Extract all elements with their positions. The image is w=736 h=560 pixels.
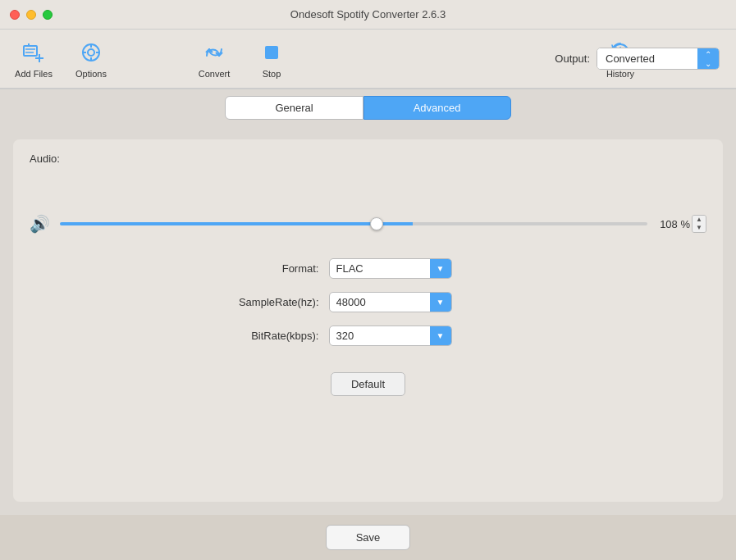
toolbar: Add Files Options (0, 30, 736, 89)
volume-icon: 🔊 (30, 214, 50, 234)
samplerate-row: SampleRate(hz): 44100 48000 96000 192000… (213, 292, 524, 312)
volume-display: 108 % (657, 218, 690, 230)
tab-segment: General Advanced (225, 96, 510, 120)
default-button-row: Default (331, 372, 405, 396)
convert-button[interactable]: Convert (194, 39, 235, 79)
options-button[interactable]: Options (71, 39, 112, 79)
stop-label: Stop (263, 69, 281, 79)
default-button[interactable]: Default (331, 372, 405, 396)
format-select[interactable]: MP3 AAC FLAC WAV OGG AIFF (330, 259, 430, 278)
output-arrow-button[interactable]: ⌃⌄ (697, 48, 719, 69)
samplerate-label: SampleRate(hz): (213, 296, 319, 308)
maximize-button[interactable] (43, 10, 53, 20)
bitrate-select-container: 128 192 256 320 ▼ (329, 326, 452, 346)
format-row: Format: MP3 AAC FLAC WAV OGG AIFF ▼ (213, 258, 524, 279)
svg-point-7 (88, 49, 94, 56)
samplerate-arrow-button[interactable]: ▼ (430, 293, 451, 312)
add-files-label: Add Files (15, 69, 53, 79)
volume-stepper: ▲ ▼ (692, 215, 706, 233)
traffic-lights (10, 10, 53, 20)
volume-section: 🔊 108 % ▲ ▼ (30, 214, 706, 234)
samplerate-chevron-icon: ▼ (437, 298, 445, 307)
bitrate-arrow-button[interactable]: ▼ (430, 326, 451, 345)
convert-label: Convert (199, 69, 231, 79)
save-button[interactable]: Save (326, 525, 411, 550)
history-label: History (606, 69, 634, 79)
window-title: Ondesoft Spotify Converter 2.6.3 (290, 8, 446, 20)
bitrate-select[interactable]: 128 192 256 320 (330, 326, 430, 345)
output-label: Output: (555, 52, 590, 65)
content-box: Audio: 🔊 108 % ▲ ▼ Format: MP3 A (13, 139, 723, 502)
output-select-container: Converted ⌃⌄ (597, 48, 720, 70)
options-icon (78, 39, 104, 66)
main-content: Audio: 🔊 108 % ▲ ▼ Format: MP3 A (0, 126, 736, 515)
output-chevron-icon: ⌃⌄ (705, 50, 711, 68)
volume-decrement-button[interactable]: ▼ (693, 224, 706, 232)
title-bar: Ondesoft Spotify Converter 2.6.3 (0, 0, 736, 30)
convert-icon (201, 39, 227, 66)
output-section: Output: Converted ⌃⌄ (555, 48, 720, 70)
form-section: Format: MP3 AAC FLAC WAV OGG AIFF ▼ (30, 258, 706, 396)
volume-slider[interactable] (60, 222, 647, 225)
tab-advanced[interactable]: Advanced (363, 96, 511, 120)
volume-increment-button[interactable]: ▲ (693, 216, 706, 224)
samplerate-select[interactable]: 44100 48000 96000 192000 (330, 293, 430, 312)
stop-button[interactable]: Stop (251, 39, 292, 79)
svg-rect-12 (265, 46, 278, 59)
output-value: Converted (597, 48, 697, 69)
tab-general[interactable]: General (225, 96, 363, 120)
minimize-button[interactable] (26, 10, 36, 20)
add-files-button[interactable]: Add Files (13, 39, 54, 79)
samplerate-select-container: 44100 48000 96000 192000 ▼ (329, 292, 452, 312)
bottom-bar: Save (0, 515, 736, 560)
format-label: Format: (213, 262, 319, 275)
audio-section-label: Audio: (30, 153, 706, 165)
bitrate-row: BitRate(kbps): 128 192 256 320 ▼ (213, 326, 524, 346)
volume-value-wrap: 108 % ▲ ▼ (657, 215, 706, 233)
format-select-container: MP3 AAC FLAC WAV OGG AIFF ▼ (329, 258, 452, 279)
close-button[interactable] (10, 10, 20, 20)
tab-bar: General Advanced (0, 89, 736, 126)
stop-icon (258, 39, 285, 66)
svg-rect-0 (24, 46, 37, 56)
add-files-icon (21, 39, 47, 66)
bitrate-label: BitRate(kbps): (213, 330, 319, 342)
bitrate-chevron-icon: ▼ (437, 331, 445, 340)
format-chevron-icon: ▼ (437, 264, 445, 273)
options-label: Options (75, 69, 107, 79)
format-arrow-button[interactable]: ▼ (430, 259, 451, 278)
